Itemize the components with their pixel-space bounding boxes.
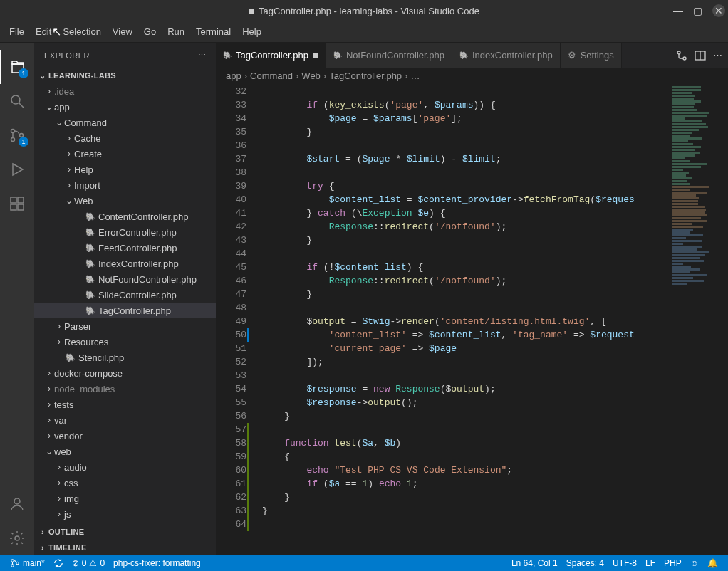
more-actions-icon[interactable]: ⋯ (713, 50, 722, 61)
folder-img[interactable]: ›img (34, 491, 216, 506)
tab-label: TagController.php (236, 50, 308, 61)
activity-explorer[interactable]: 1 (0, 50, 34, 84)
folder-Cache[interactable]: ›Cache (34, 130, 216, 146)
file-SlideController.php[interactable]: 🐘SlideController.php (34, 287, 216, 303)
breadcrumbs[interactable]: app›Command›Web›TagController.php›… (216, 68, 728, 83)
folder-var[interactable]: ›var (34, 412, 216, 428)
sidebar-more-icon[interactable]: ⋯ (198, 51, 207, 60)
split-editor-icon[interactable] (695, 50, 706, 61)
folder-docker-compose[interactable]: ›docker-compose (34, 365, 216, 381)
tree-item-label: Resources (64, 337, 108, 347)
status-problems[interactable]: ⊘0 ⚠0 (68, 558, 109, 568)
php-file-icon: 🐘 (64, 353, 77, 362)
minimap[interactable] (671, 83, 728, 555)
folder-audio[interactable]: ›audio (34, 459, 216, 475)
file-ContentController.php[interactable]: 🐘ContentController.php (34, 209, 216, 224)
breadcrumb-segment[interactable]: app (226, 70, 241, 81)
breadcrumb-segment[interactable]: Command (250, 70, 293, 81)
tab-tagcontroller-php[interactable]: 🐘TagController.php (216, 43, 326, 68)
status-notifications-icon[interactable]: 🔔 (703, 558, 722, 568)
folder-vendor[interactable]: ›vendor (34, 428, 216, 444)
maximize-button[interactable]: ▢ (693, 5, 702, 16)
breadcrumb-segment[interactable]: … (410, 70, 420, 81)
status-cursor-position[interactable]: Ln 64, Col 1 (507, 558, 562, 568)
svg-rect-4 (11, 197, 16, 203)
status-language[interactable]: PHP (660, 558, 686, 568)
sidebar-project-header[interactable]: ⌄LEARNING-LABS (34, 68, 216, 83)
activity-search[interactable] (0, 84, 34, 118)
menu-selection[interactable]: Selection (57, 23, 106, 40)
activity-accounts[interactable] (0, 487, 34, 521)
status-sync[interactable] (49, 558, 68, 568)
modified-dot-icon (313, 53, 318, 58)
statusbar: main* ⊘0 ⚠0 php-cs-fixer: formatting Ln … (0, 555, 728, 571)
status-encoding[interactable]: UTF-8 (608, 558, 641, 568)
file-ErrorController.php[interactable]: 🐘ErrorController.php (34, 224, 216, 240)
menu-help[interactable]: Help (236, 23, 267, 40)
tree-item-label: NotFoundController.php (98, 274, 197, 285)
tree-item-label: audio (64, 462, 87, 473)
file-NotFoundController.php[interactable]: 🐘NotFoundController.php (34, 271, 216, 287)
window-title: TagController.php - learning-labs - Visu… (249, 6, 479, 16)
folder-js[interactable]: ›js (34, 506, 216, 522)
activity-extensions[interactable] (0, 187, 34, 221)
php-file-icon: 🐘 (84, 243, 97, 253)
folder-web[interactable]: ⌄web (34, 444, 216, 459)
tree-item-label: Command (64, 117, 107, 128)
sidebar-outline[interactable]: ›OUTLINE (34, 524, 216, 540)
tree-item-label: Import (74, 180, 100, 191)
folder-app[interactable]: ⌄app (34, 99, 216, 115)
menu-edit[interactable]: Edit (30, 23, 57, 40)
php-file-icon: 🐘 (459, 51, 468, 59)
file-Stencil.php[interactable]: 🐘Stencil.php (34, 350, 216, 365)
tree-item-label: Stencil.php (78, 352, 124, 363)
close-button[interactable]: ✕ (712, 4, 725, 17)
status-formatter[interactable]: php-cs-fixer: formatting (109, 558, 205, 568)
minimize-button[interactable]: — (673, 5, 683, 16)
menu-view[interactable]: View (107, 23, 138, 40)
tree-item-label: vendor (54, 431, 83, 441)
sidebar-timeline[interactable]: ›TIMELINE (34, 540, 216, 555)
tab-settings[interactable]: ⚙Settings (561, 43, 622, 68)
menu-go[interactable]: Go (138, 23, 162, 40)
tab-notfoundcontroller-php[interactable]: 🐘NotFoundController.php (326, 43, 452, 68)
breadcrumb-segment[interactable]: Web (301, 70, 321, 81)
titlebar: TagController.php - learning-labs - Visu… (0, 0, 728, 21)
status-eol[interactable]: LF (641, 558, 660, 568)
menu-file[interactable]: File (4, 23, 30, 40)
tab-indexcontroller-php[interactable]: 🐘IndexController.php (452, 43, 561, 68)
folder-Create[interactable]: ›Create (34, 146, 216, 162)
status-branch[interactable]: main* (6, 558, 49, 568)
file-TagController.php[interactable]: 🐘TagController.php (34, 303, 216, 318)
tree-item-label: css (64, 478, 78, 488)
tree-item-label: Parser (64, 321, 91, 332)
activity-source-control[interactable]: 1 (0, 118, 34, 152)
folder-Parser[interactable]: ›Parser (34, 318, 216, 334)
file-FeedController.php[interactable]: 🐘FeedController.php (34, 240, 216, 256)
folder-Help[interactable]: ›Help (34, 162, 216, 177)
folder-node_modules[interactable]: ›node_modules (34, 381, 216, 397)
folder-Import[interactable]: ›Import (34, 177, 216, 193)
folder-Command[interactable]: ⌄Command (34, 115, 216, 130)
activity-settings[interactable] (0, 521, 34, 555)
php-file-icon: 🐘 (223, 51, 232, 59)
folder-tests[interactable]: ›tests (34, 397, 216, 412)
activity-run-debug[interactable] (0, 152, 34, 187)
editor-code[interactable]: if (key_exists('page', $params)) { $page… (255, 83, 671, 555)
breadcrumb-segment[interactable]: TagController.php (329, 70, 402, 81)
php-file-icon: 🐘 (84, 306, 97, 315)
status-indentation[interactable]: Spaces: 4 (562, 558, 608, 568)
folder-css[interactable]: ›css (34, 475, 216, 491)
compare-changes-icon[interactable] (676, 50, 687, 61)
file-IndexController.php[interactable]: 🐘IndexController.php (34, 256, 216, 271)
file-tree: ›.idea⌄app⌄Command›Cache›Create›Help›Imp… (34, 83, 216, 524)
folder-Web[interactable]: ⌄Web (34, 193, 216, 209)
tree-item-label: Help (74, 164, 93, 175)
menu-run[interactable]: Run (162, 23, 190, 40)
tree-item-label: IndexController.php (98, 258, 179, 269)
status-feedback-icon[interactable]: ☺ (686, 558, 703, 568)
folder-.idea[interactable]: ›.idea (34, 83, 216, 99)
folder-Resources[interactable]: ›Resources (34, 334, 216, 350)
menu-terminal[interactable]: Terminal (190, 23, 236, 40)
php-file-icon: 🐘 (84, 259, 97, 268)
